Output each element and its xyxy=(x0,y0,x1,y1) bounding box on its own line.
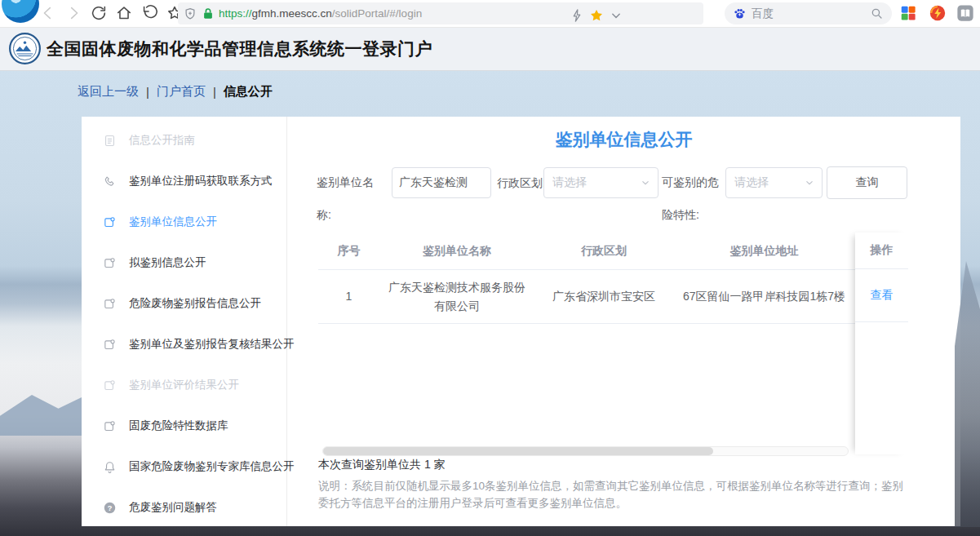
note-text: 说明：系统目前仅随机显示最多10条鉴别单位信息，如需查询其它鉴别单位信息，可根据… xyxy=(318,477,914,512)
sidebar-item-label: 危险废物鉴别报告信息公开 xyxy=(129,296,261,311)
col-region: 行政区划 xyxy=(534,233,673,269)
breadcrumb-home-link[interactable]: 门户首页 xyxy=(157,84,206,100)
fixed-action-column: 操作 查看 xyxy=(855,233,908,454)
unit-name-input[interactable] xyxy=(392,167,491,198)
chevron-down-icon xyxy=(804,177,815,188)
sidebar-item-label: 固废危险特性数据库 xyxy=(129,419,228,433)
query-button[interactable]: 查询 xyxy=(827,166,907,199)
table-row: 1 广东天鉴检测技术服务股份有限公司 广东省深圳市宝安区 67区留仙一路甲岸科技… xyxy=(318,270,908,324)
browser-nav xyxy=(39,4,184,22)
cell-address: 67区留仙一路甲岸科技园1栋7楼 xyxy=(673,270,855,323)
sidebar-item-registration-contact[interactable]: 鉴别单位注册码获取联系方式 xyxy=(82,161,286,202)
table-header-row: 序号 鉴别单位名称 行政区划 鉴别单位地址 xyxy=(318,233,908,270)
sidebar-item-proposed-info[interactable]: 拟鉴别信息公开 xyxy=(82,242,286,283)
bell-icon xyxy=(103,460,117,474)
breadcrumb-current: 信息公开 xyxy=(224,84,273,100)
region-label: 行政区划: xyxy=(497,166,546,199)
card-icon xyxy=(103,338,117,352)
apps-grid-icon[interactable] xyxy=(899,4,917,22)
main-panel: 鉴别单位信息公开 鉴别单位名称: 行政区划: 请选择 可鉴别的危险特性: 请选择… xyxy=(287,117,960,526)
back-icon[interactable] xyxy=(39,4,57,22)
sidebar-item-info-guide[interactable]: 信息公开指南 xyxy=(82,120,286,161)
search-engine-label: 百度 xyxy=(752,7,865,21)
sidebar-item-label: 拟鉴别信息公开 xyxy=(129,255,206,270)
browser-logo-icon[interactable] xyxy=(2,0,39,23)
search-icon[interactable] xyxy=(870,7,884,20)
chevron-down-icon xyxy=(640,177,651,188)
favorite-star-icon[interactable] xyxy=(588,7,605,24)
results-table: 序号 鉴别单位名称 行政区划 鉴别单位地址 1 广东天鉴检测技术服务股份有限公司… xyxy=(318,233,908,324)
question-icon xyxy=(103,501,117,515)
col-index: 序号 xyxy=(318,233,379,269)
sidebar-item-evaluation-results[interactable]: 鉴别单位评价结果公开 xyxy=(82,365,286,405)
card-icon xyxy=(103,297,117,311)
phone-icon xyxy=(103,175,117,188)
region-placeholder: 请选择 xyxy=(552,175,640,190)
browser-toolbar: https://gfmh.meescc.cn/solidPortal/#/log… xyxy=(0,0,980,28)
card-icon xyxy=(103,419,117,433)
page-title: 鉴别单位信息公开 xyxy=(287,128,960,151)
card-icon xyxy=(103,379,117,392)
sidebar-item-label: 鉴别单位及鉴别报告复核结果公开 xyxy=(129,337,295,352)
speed-mode-icon[interactable] xyxy=(929,4,947,22)
undo-icon[interactable] xyxy=(140,4,158,22)
region-select[interactable]: 请选择 xyxy=(543,167,659,198)
sidebar-item-label: 鉴别单位信息公开 xyxy=(129,215,217,229)
cell-index: 1 xyxy=(318,270,379,323)
breadcrumb: 返回上一级 | 门户首页 | 信息公开 xyxy=(78,84,273,100)
flash-icon[interactable] xyxy=(569,7,585,24)
result-count-text: 本次查询鉴别单位共 1 家 xyxy=(318,458,446,472)
content-card: 信息公开指南 鉴别单位注册码获取联系方式 鉴别单位信息公开 拟鉴别信息公开 危险… xyxy=(82,117,960,526)
breadcrumb-separator: | xyxy=(213,85,216,99)
search-box[interactable]: 百度 xyxy=(725,2,892,24)
lock-icon xyxy=(201,7,215,21)
col-address: 鉴别单位地址 xyxy=(673,233,855,269)
breadcrumb-back-link[interactable]: 返回上一级 xyxy=(78,84,139,100)
scrollbar-thumb[interactable] xyxy=(323,447,713,455)
url-host: gfmh.meescc.cn xyxy=(252,7,332,20)
home-icon[interactable] xyxy=(115,4,133,22)
reading-mode-icon[interactable] xyxy=(956,4,974,22)
cell-name: 广东天鉴检测技术服务股份有限公司 xyxy=(379,270,534,323)
url-scheme: https:// xyxy=(219,7,252,20)
sidebar-item-label: 鉴别单位注册码获取联系方式 xyxy=(129,174,273,188)
browser-window: https://gfmh.meescc.cn/solidPortal/#/log… xyxy=(0,0,980,536)
view-link[interactable]: 查看 xyxy=(871,288,894,303)
url-bar[interactable]: https://gfmh.meescc.cn/solidPortal/#/log… xyxy=(178,2,703,24)
forward-icon[interactable] xyxy=(64,4,82,22)
card-icon xyxy=(103,215,117,229)
hazard-placeholder: 请选择 xyxy=(734,175,804,190)
url-path: /solidPortal/#/login xyxy=(332,7,422,20)
hazard-label: 可鉴别的危险特性: xyxy=(662,166,724,231)
card-icon xyxy=(103,256,117,270)
scrollbar-track[interactable] xyxy=(322,446,849,456)
hazard-select[interactable]: 请选择 xyxy=(725,167,823,198)
site-title: 全国固体废物和化学品管理信息系统统一登录门户 xyxy=(47,27,432,70)
sidebar-item-expert-database[interactable]: 国家危险废物鉴别专家库信息公开 xyxy=(82,446,286,487)
shield-icon[interactable] xyxy=(183,7,197,21)
mee-emblem-logo xyxy=(8,32,42,65)
sidebar-item-label: 鉴别单位评价结果公开 xyxy=(129,378,239,392)
unit-name-label: 鉴别单位名称: xyxy=(317,166,380,231)
sidebar-item-review-results[interactable]: 鉴别单位及鉴别报告复核结果公开 xyxy=(82,324,286,365)
chevron-down-icon[interactable] xyxy=(608,7,624,24)
site-header: 全国固体废物和化学品管理信息系统统一登录门户 xyxy=(0,27,980,71)
cell-region: 广东省深圳市宝安区 xyxy=(534,270,673,323)
sidebar-item-qa[interactable]: 危废鉴别问题解答 xyxy=(82,487,286,528)
baidu-logo-icon xyxy=(733,7,747,20)
sidebar-item-label: 危废鉴别问题解答 xyxy=(129,500,217,515)
col-name: 鉴别单位名称 xyxy=(379,233,534,269)
reload-icon[interactable] xyxy=(90,4,108,22)
url-text: https://gfmh.meescc.cn/solidPortal/#/log… xyxy=(219,7,422,20)
sidebar: 信息公开指南 鉴别单位注册码获取联系方式 鉴别单位信息公开 拟鉴别信息公开 危险… xyxy=(82,117,287,526)
breadcrumb-separator: | xyxy=(146,85,149,99)
sidebar-item-label: 信息公开指南 xyxy=(129,133,195,148)
sidebar-item-hazard-database[interactable]: 固废危险特性数据库 xyxy=(82,405,286,446)
col-action: 操作 xyxy=(855,233,908,269)
sidebar-item-unit-info-public[interactable]: 鉴别单位信息公开 xyxy=(82,202,286,242)
sidebar-item-hazard-report-info[interactable]: 危险废物鉴别报告信息公开 xyxy=(82,283,286,324)
sidebar-item-label: 国家危险废物鉴别专家库信息公开 xyxy=(129,459,295,474)
document-icon xyxy=(103,134,117,148)
